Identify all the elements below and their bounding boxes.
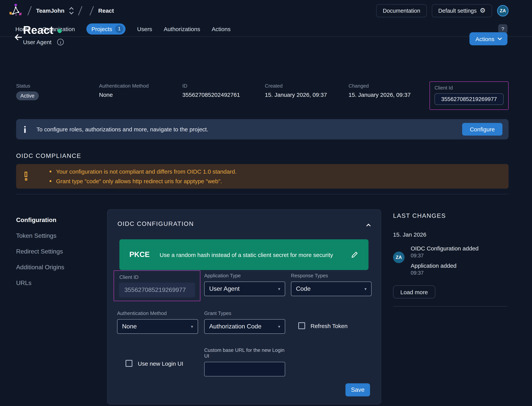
actions-button[interactable]: Actions — [469, 32, 507, 45]
breadcrumb-slash — [78, 6, 82, 15]
pkce-banner: PKCE Use a random hash instead of a stat… — [119, 239, 369, 270]
panel-divider — [393, 306, 507, 306]
change-event-time: 09:37 — [411, 270, 424, 276]
oidc-configuration-card: OIDC CONFIGURATION PKCE Use a random has… — [107, 209, 381, 405]
settings-sidebar: Configuration Token Settings Redirect Se… — [16, 212, 100, 291]
compliance-heading: OIDC COMPLIANCE — [16, 152, 81, 160]
login-url-input[interactable] — [204, 362, 285, 377]
meta-created: Created 15. January 2026, 09:37 — [265, 83, 327, 98]
nav-tab-projects[interactable]: Projects 1 — [86, 23, 126, 34]
breadcrumb-org[interactable]: TeamJohn — [36, 7, 64, 14]
use-new-login-checkbox-row[interactable]: Use new Login UI — [126, 360, 183, 367]
active-state-dot — [57, 29, 62, 33]
configure-button[interactable]: Configure — [462, 123, 503, 136]
compliance-warning-box: Your configuration is not compliant and … — [16, 164, 509, 188]
client-id-value[interactable]: 355627085219269977 — [434, 93, 504, 105]
project-info-banner: To configure roles, authorizations and m… — [16, 119, 509, 139]
default-settings-button[interactable]: Default settings ⚙ — [432, 4, 492, 17]
breadcrumb-app[interactable]: React — [98, 7, 114, 14]
meta-changed: Changed 15. January 2026, 09:37 — [348, 83, 411, 98]
chevron-down-icon — [498, 36, 502, 40]
grant-types-field: Grant Types Authorization Code ▾ — [204, 310, 285, 334]
top-bar: TeamJohn React Documentation Default set… — [0, 0, 532, 21]
response-types-field: Response Types Code ▾ — [291, 273, 372, 296]
zitadel-logo-icon[interactable] — [8, 4, 22, 17]
zitadel-console: TeamJohn React Documentation Default set… — [0, 0, 532, 406]
sidebar-item-additional-origins[interactable]: Additional Origins — [16, 259, 100, 275]
last-changes-heading: LAST CHANGES — [393, 212, 446, 219]
status-badge: Active — [16, 91, 39, 100]
sidebar-item-configuration[interactable]: Configuration — [16, 212, 100, 228]
warning-item: Your configuration is not compliant and … — [50, 168, 237, 175]
change-event-title: OIDC Configuration added — [411, 245, 479, 252]
load-more-button[interactable]: Load more — [393, 285, 435, 298]
nav-tab-authorizations[interactable]: Authorizations — [164, 26, 200, 32]
client-id-highlight-box: Client Id 355627085219269977 — [430, 81, 509, 110]
collapse-chevron-up-icon[interactable] — [367, 222, 370, 229]
change-event-title: Application added — [411, 262, 457, 269]
refresh-token-checkbox-row[interactable]: Refresh Token — [298, 322, 348, 329]
sidebar-item-urls[interactable]: URLs — [16, 275, 100, 291]
documentation-button[interactable]: Documentation — [376, 4, 427, 17]
caret-down-icon: ▾ — [278, 286, 280, 291]
change-event-time: 09:37 — [411, 253, 424, 259]
main-nav: Home Organization Projects 1 Users Autho… — [0, 21, 532, 37]
app-meta-row: Status Active Authentication Method None… — [16, 83, 509, 110]
caret-down-icon: ▾ — [191, 324, 193, 329]
response-types-select[interactable]: Code ▾ — [291, 282, 372, 296]
use-new-login-checkbox[interactable] — [126, 360, 132, 367]
org-switcher-icon[interactable] — [70, 7, 73, 14]
refresh-token-checkbox[interactable] — [298, 322, 305, 329]
page-title: React — [23, 24, 62, 36]
nav-tab-users[interactable]: Users — [137, 26, 152, 32]
back-arrow-icon[interactable] — [14, 33, 22, 42]
auth-method-field: Authentication Method None ▾ — [117, 310, 198, 334]
auth-method-select[interactable]: None ▾ — [117, 319, 198, 334]
info-icon — [23, 126, 27, 133]
section-divider — [16, 194, 509, 194]
save-button[interactable]: Save — [346, 383, 370, 396]
application-type-field: Application Type User Agent ▾ — [204, 273, 285, 296]
user-avatar[interactable]: ZA — [497, 5, 509, 16]
meta-id: ID 355627085202492761 — [182, 83, 240, 98]
breadcrumb-slash — [27, 6, 32, 15]
caret-down-icon: ▾ — [364, 286, 367, 291]
application-type-select[interactable]: User Agent ▾ — [204, 282, 285, 296]
gear-icon: ⚙ — [480, 7, 486, 14]
edit-pencil-icon[interactable] — [351, 251, 359, 259]
meta-status: Status Active — [16, 83, 39, 100]
help-button[interactable]: ? — [498, 24, 507, 33]
sidebar-item-redirect-settings[interactable]: Redirect Settings — [16, 244, 100, 259]
projects-count-badge: 1 — [115, 25, 123, 33]
page-subtitle: User Agent i — [23, 39, 64, 45]
warning-item: Grant type "code" only allows http redir… — [50, 178, 237, 184]
changes-date: 15. Jan 2026 — [393, 231, 426, 238]
nav-tab-actions[interactable]: Actions — [212, 26, 230, 32]
warning-icon — [25, 172, 27, 184]
meta-auth-method: Authentication Method None — [99, 83, 149, 98]
info-icon[interactable]: i — [57, 39, 64, 45]
client-id-input[interactable] — [119, 283, 195, 297]
grant-types-select[interactable]: Authorization Code ▾ — [204, 319, 285, 334]
card-title: OIDC CONFIGURATION — [117, 220, 194, 227]
login-url-field: Custom base URL for the new Login UI — [204, 347, 285, 377]
caret-down-icon: ▾ — [278, 324, 280, 329]
breadcrumb-slash — [89, 6, 94, 15]
sidebar-item-token-settings[interactable]: Token Settings — [16, 228, 100, 244]
change-author-avatar: ZA — [393, 252, 404, 263]
client-id-field-group: Client ID — [113, 270, 200, 301]
